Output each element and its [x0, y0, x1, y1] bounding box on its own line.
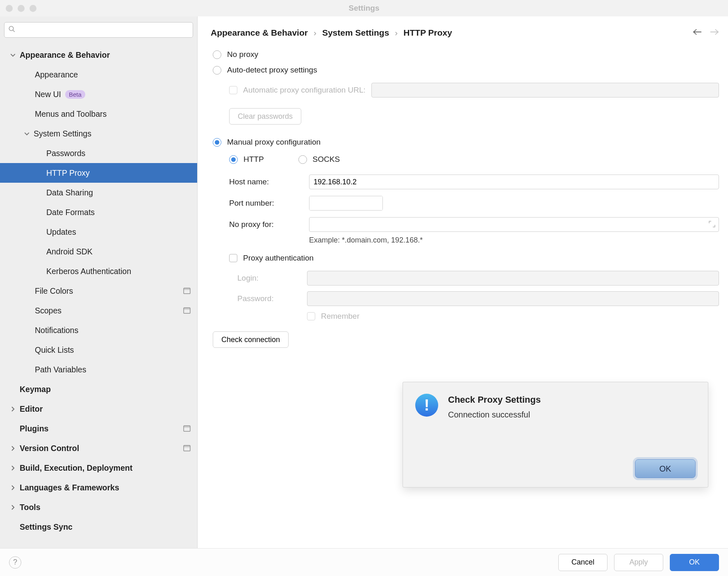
- chevron-right-icon: [9, 484, 16, 491]
- radio-manual[interactable]: Manual proxy configuration: [213, 138, 719, 147]
- tree-settings-sync[interactable]: Settings Sync: [0, 517, 197, 537]
- tree-file-colors[interactable]: File Colors: [0, 281, 197, 301]
- tree-appearance-behavior[interactable]: Appearance & Behavior: [0, 45, 197, 65]
- breadcrumb-c: HTTP Proxy: [403, 28, 452, 38]
- svg-line-1: [13, 30, 15, 32]
- tree-android-sdk[interactable]: Android SDK: [0, 242, 197, 261]
- beta-badge: Beta: [65, 90, 85, 99]
- label-no-proxy-for: No proxy for:: [229, 220, 305, 229]
- breadcrumb: Appearance & Behavior › System Settings …: [211, 28, 719, 38]
- titlebar: Settings: [0, 0, 728, 16]
- tree-new-ui[interactable]: New UIBeta: [0, 84, 197, 104]
- clear-passwords-button: Clear passwords: [229, 108, 301, 125]
- window-title: Settings: [0, 4, 728, 13]
- dialog-ok-button[interactable]: OK: [635, 459, 696, 478]
- tree-languages[interactable]: Languages & Frameworks: [0, 478, 197, 497]
- checkbox-proxy-auth[interactable]: [229, 254, 237, 262]
- input-port-wrap: ▲▼: [309, 196, 383, 211]
- input-login: [307, 271, 719, 286]
- label-remember: Remember: [321, 312, 359, 321]
- svg-point-0: [9, 26, 14, 31]
- input-no-proxy-for[interactable]: [309, 217, 719, 232]
- checkbox-remember: [307, 312, 315, 320]
- label-port: Port number:: [229, 199, 305, 208]
- label-http: HTTP: [243, 155, 264, 164]
- check-connection-button[interactable]: Check connection: [213, 331, 289, 348]
- radio-icon: [213, 66, 221, 75]
- tree-appearance[interactable]: Appearance: [0, 65, 197, 84]
- apply-button: Apply: [614, 554, 663, 571]
- label-auto-url: Automatic proxy configuration URL:: [243, 86, 366, 95]
- expand-icon[interactable]: [708, 220, 716, 230]
- tree-keymap[interactable]: Keymap: [0, 379, 197, 399]
- radio-icon: [213, 50, 221, 59]
- search-input[interactable]: [4, 22, 193, 38]
- project-scope-icon: [183, 307, 191, 314]
- label-socks: SOCKS: [313, 155, 340, 164]
- tree-plugins[interactable]: Plugins: [0, 419, 197, 438]
- ok-button[interactable]: OK: [670, 554, 719, 571]
- checkbox-auto-url: [229, 86, 237, 94]
- tree-scopes[interactable]: Scopes: [0, 301, 197, 320]
- chevron-right-icon: [9, 503, 16, 511]
- input-host[interactable]: [309, 175, 719, 189]
- label-login: Login:: [237, 274, 303, 283]
- tree-date-formats[interactable]: Date Formats: [0, 202, 197, 222]
- chevron-down-icon: [9, 51, 16, 59]
- nav-back-icon[interactable]: [693, 28, 702, 38]
- breadcrumb-b[interactable]: System Settings: [322, 28, 389, 38]
- svg-rect-3: [184, 288, 190, 290]
- tree-editor[interactable]: Editor: [0, 399, 197, 419]
- search-icon: [8, 25, 16, 33]
- settings-sidebar: Appearance & Behavior Appearance New UIB…: [0, 16, 198, 548]
- input-auto-url: [371, 83, 719, 98]
- label-proxy-auth: Proxy authentication: [243, 254, 314, 263]
- radio-socks[interactable]: [298, 155, 307, 164]
- svg-rect-9: [184, 445, 190, 447]
- example-hint: Example: *.domain.com, 192.168.*: [309, 236, 719, 245]
- tree-build[interactable]: Build, Execution, Deployment: [0, 458, 197, 478]
- chevron-down-icon: [23, 130, 30, 137]
- tree-http-proxy[interactable]: HTTP Proxy: [0, 163, 197, 183]
- radio-http[interactable]: [229, 155, 238, 164]
- dialog-title: Check Proxy Settings: [448, 395, 696, 405]
- input-port[interactable]: [309, 196, 383, 210]
- tree-passwords[interactable]: Passwords: [0, 143, 197, 163]
- dialog-message: Connection successful: [448, 410, 696, 420]
- radio-auto-detect[interactable]: Auto-detect proxy settings: [213, 66, 719, 75]
- project-scope-icon: [183, 425, 191, 432]
- info-icon: !: [415, 394, 438, 417]
- svg-rect-5: [184, 308, 190, 310]
- label-password: Password:: [237, 294, 303, 303]
- project-scope-icon: [183, 288, 191, 294]
- tree-tools[interactable]: Tools: [0, 497, 197, 517]
- radio-icon: [213, 138, 221, 147]
- breadcrumb-a[interactable]: Appearance & Behavior: [211, 28, 308, 38]
- project-scope-icon: [183, 445, 191, 451]
- help-button[interactable]: ?: [9, 556, 21, 569]
- tree-menus-toolbars[interactable]: Menus and Toolbars: [0, 104, 197, 124]
- breadcrumb-sep: ›: [314, 28, 316, 38]
- svg-rect-7: [184, 426, 190, 428]
- chevron-right-icon: [9, 444, 16, 452]
- settings-tree: Appearance & Behavior Appearance New UIB…: [0, 42, 197, 548]
- tree-updates[interactable]: Updates: [0, 222, 197, 242]
- tree-data-sharing[interactable]: Data Sharing: [0, 183, 197, 202]
- label-host: Host name:: [229, 177, 305, 186]
- chevron-right-icon: [9, 464, 16, 472]
- tree-path-variables[interactable]: Path Variables: [0, 360, 197, 379]
- cancel-button[interactable]: Cancel: [558, 554, 607, 571]
- nav-forward-icon: [710, 28, 719, 38]
- tree-quick-lists[interactable]: Quick Lists: [0, 340, 197, 360]
- check-proxy-dialog: ! Check Proxy Settings Connection succes…: [403, 382, 708, 488]
- chevron-right-icon: [9, 405, 16, 413]
- tree-system-settings[interactable]: System Settings: [0, 124, 197, 143]
- tree-notifications[interactable]: Notifications: [0, 320, 197, 340]
- tree-version-control[interactable]: Version Control: [0, 438, 197, 458]
- input-password: [307, 291, 719, 306]
- breadcrumb-sep: ›: [395, 28, 398, 38]
- radio-no-proxy[interactable]: No proxy: [213, 50, 719, 59]
- tree-kerberos[interactable]: Kerberos Authentication: [0, 261, 197, 281]
- dialog-footer: ? Cancel Apply OK: [0, 548, 728, 576]
